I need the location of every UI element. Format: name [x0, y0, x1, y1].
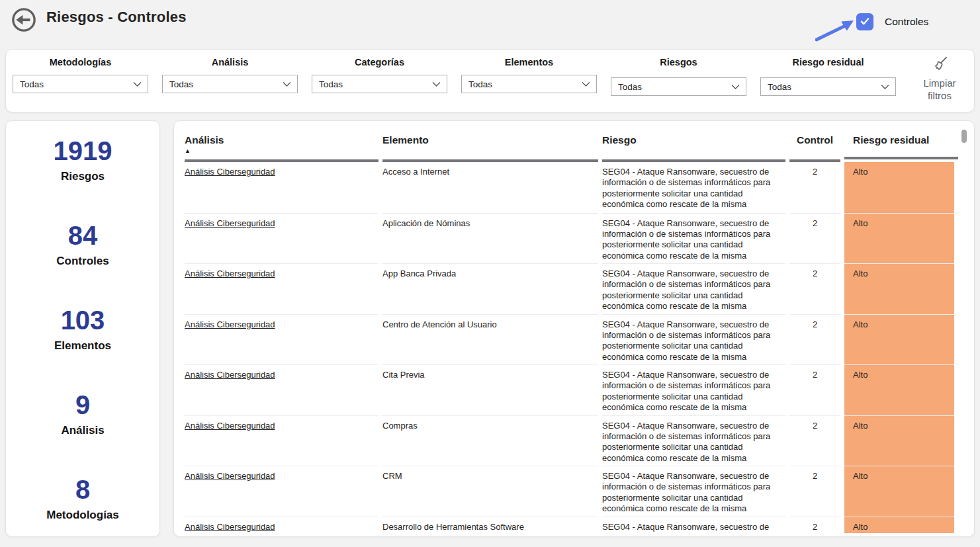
filter-dropdown[interactable]: Todas — [760, 77, 896, 96]
back-button[interactable] — [11, 7, 36, 32]
clear-filters-label: Limpiar filtros — [923, 77, 956, 101]
controles-checkbox-label: Controles — [885, 16, 928, 28]
chevron-down-icon — [133, 79, 142, 89]
chevron-down-icon — [731, 82, 740, 92]
riesgo-cell: SEG04 - Ataque Ransonware, secuestro de … — [602, 466, 785, 517]
chevron-down-icon — [432, 79, 441, 89]
elemento-cell: Compras — [382, 415, 598, 466]
control-cell: 2 — [789, 517, 840, 534]
stat-value: 8 — [6, 476, 159, 503]
filter-selected-value: Todas — [20, 79, 44, 89]
filter-selected-value: Todas — [468, 79, 492, 89]
analisis-cell: Análisis Ciberseguridad — [185, 364, 379, 415]
riesgo-residual-cell: Alto — [844, 162, 954, 213]
checkmark-icon — [859, 15, 871, 29]
broom-icon — [912, 55, 967, 75]
elemento-cell: CRM — [382, 466, 598, 517]
analisis-link[interactable]: Análisis Ciberseguridad — [185, 269, 275, 278]
filter-dropdown[interactable]: Todas — [461, 75, 597, 93]
analisis-link[interactable]: Análisis Ciberseguridad — [185, 522, 275, 532]
filter-bar: Metodologías Todas Análisis Todas Catego… — [5, 49, 975, 112]
filter-label: Categorías — [312, 56, 447, 69]
analisis-link[interactable]: Análisis Ciberseguridad — [185, 319, 275, 329]
filter-elementos: Elementos Todas — [461, 56, 597, 96]
riesgo-residual-cell: Alto — [844, 263, 954, 314]
control-cell: 2 — [789, 162, 840, 213]
control-cell: 2 — [789, 466, 840, 517]
elemento-cell: Acceso a Internet — [382, 162, 598, 213]
analisis-cell: Análisis Ciberseguridad — [185, 466, 379, 517]
risks-table-card: Análisis ▲ Elemento Riesgo Control Riesg… — [173, 120, 975, 537]
analisis-link[interactable]: Análisis Ciberseguridad — [185, 218, 275, 228]
stat-label: Metodologías — [6, 509, 159, 522]
riesgo-cell: SEG04 - Ataque Ransonware, secuestro de … — [602, 415, 785, 466]
filter-label: Riesgos — [611, 56, 746, 69]
elemento-cell: Centro de Atención al Usuario — [382, 314, 598, 365]
filter-selected-value: Todas — [169, 79, 193, 89]
riesgo-cell: SEG04 - Ataque Ransonware, secuestro de … — [602, 162, 785, 213]
filter-metodologias: Metodologías Todas — [13, 56, 148, 96]
column-header-analisis[interactable]: Análisis ▲ — [185, 133, 379, 162]
analisis-cell: Análisis Ciberseguridad — [185, 162, 379, 213]
chevron-down-icon — [582, 79, 590, 89]
riesgo-residual-cell: Alto — [844, 466, 954, 517]
stat-value: 103 — [6, 306, 159, 334]
annotation-arrow-icon — [815, 17, 858, 46]
stat-label: Análisis — [6, 424, 159, 437]
table-row: Análisis Ciberseguridad Cita Previa SEG0… — [185, 364, 954, 415]
table-scrollbar-thumb[interactable] — [961, 130, 967, 143]
analisis-link[interactable]: Análisis Ciberseguridad — [185, 471, 275, 481]
control-cell: 2 — [789, 415, 840, 466]
analisis-cell: Análisis Ciberseguridad — [185, 314, 379, 365]
table-row: Análisis Ciberseguridad CRM SEG04 - Ataq… — [185, 466, 954, 517]
filter-label: Análisis — [162, 56, 298, 69]
analisis-cell: Análisis Ciberseguridad — [185, 517, 379, 534]
analisis-link[interactable]: Análisis Ciberseguridad — [185, 421, 275, 431]
analisis-cell: Análisis Ciberseguridad — [185, 263, 379, 314]
elemento-cell: Cita Previa — [382, 364, 598, 415]
filter-label: Elementos — [461, 56, 597, 69]
riesgo-cell: SEG04 - Ataque Ransonware, secuestro de … — [602, 364, 785, 415]
filter-selected-value: Todas — [768, 82, 791, 92]
riesgo-cell: SEG04 - Ataque Ransonware, secuestro de … — [602, 263, 785, 314]
column-header-riesgo-residual[interactable]: Riesgo residual — [844, 133, 958, 159]
column-header-riesgo[interactable]: Riesgo — [602, 133, 785, 162]
controles-checkbox[interactable] — [856, 13, 873, 30]
riesgo-cell: SEG04 - Ataque Ransonware, secuestro de … — [602, 517, 785, 534]
control-cell: 2 — [789, 364, 840, 415]
analisis-link[interactable]: Análisis Ciberseguridad — [185, 167, 275, 177]
elemento-cell: Aplicación de Nóminas — [382, 213, 598, 264]
table-row: Análisis Ciberseguridad Desarrollo de He… — [185, 517, 954, 534]
clear-filters-button[interactable]: Limpiar filtros — [912, 55, 967, 102]
column-header-control[interactable]: Control — [789, 133, 840, 162]
stat-analisis: 9 Análisis — [6, 391, 159, 437]
control-cell: 2 — [789, 213, 840, 264]
sort-ascending-icon: ▲ — [185, 147, 379, 155]
table-row: Análisis Ciberseguridad App Banca Privad… — [185, 263, 954, 314]
stat-label: Riesgos — [6, 170, 159, 183]
stat-riesgos: 1919 Riesgos — [6, 137, 159, 183]
filter-dropdown[interactable]: Todas — [13, 75, 148, 93]
control-cell: 2 — [789, 263, 840, 314]
table-header: Análisis ▲ Elemento Riesgo Control Riesg… — [185, 121, 954, 162]
filter-label: Metodologías — [13, 56, 148, 69]
filter-riesgo-residual: Riesgo residual Todas — [760, 56, 896, 96]
filter-label: Riesgo residual — [760, 56, 896, 69]
control-cell: 2 — [789, 314, 840, 365]
analisis-cell: Análisis Ciberseguridad — [185, 213, 379, 264]
table-row: Análisis Ciberseguridad Compras SEG04 - … — [185, 415, 954, 466]
riesgo-residual-cell: Alto — [844, 517, 954, 534]
elemento-cell: Desarrollo de Herramientas Software — [382, 517, 598, 534]
riesgo-residual-cell: Alto — [844, 213, 954, 264]
chevron-down-icon — [283, 79, 291, 89]
stat-controles: 84 Controles — [6, 222, 159, 268]
stat-metodologias: 8 Metodologías — [6, 476, 159, 522]
chevron-down-icon — [881, 82, 889, 92]
analisis-link[interactable]: Análisis Ciberseguridad — [185, 370, 275, 380]
filter-dropdown[interactable]: Todas — [611, 77, 746, 96]
stat-value: 84 — [6, 222, 159, 249]
filter-dropdown[interactable]: Todas — [162, 75, 298, 93]
riesgo-cell: SEG04 - Ataque Ransonware, secuestro de … — [602, 314, 785, 365]
column-header-elemento[interactable]: Elemento — [382, 133, 598, 162]
filter-dropdown[interactable]: Todas — [312, 75, 447, 93]
